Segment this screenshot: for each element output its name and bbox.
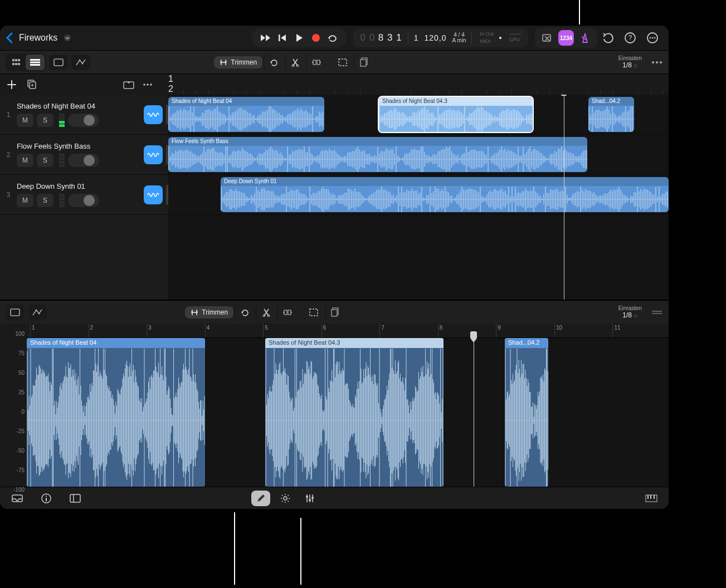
move-tool[interactable] [306,54,326,71]
mute-button[interactable]: M [17,194,33,207]
stamp-tool[interactable] [354,54,374,71]
svg-point-38 [150,84,152,86]
mute-button[interactable]: M [17,154,33,167]
instrument-icon[interactable] [144,145,163,164]
go-to-start-button[interactable] [276,32,289,44]
settings-gear-button[interactable] [276,491,295,506]
svg-point-31 [656,61,658,63]
editor-ruler-label: 3 [148,325,152,331]
piano-button[interactable] [642,491,661,506]
editor-audio-region[interactable]: Shades of Night Beat 04.3 [265,338,444,487]
tracks-view-button[interactable] [26,55,45,70]
track-actions-row: 12345678910 [0,74,669,95]
undo-button[interactable] [601,31,615,45]
region-inspector-button[interactable] [49,55,68,70]
audio-region[interactable]: Flow Feels Synth Bass [168,137,587,172]
project-menu-chevron-icon[interactable] [63,33,72,42]
back-button[interactable] [6,32,13,43]
snap-display[interactable]: Einrasten 1/8 ◇ [618,55,642,69]
svg-point-36 [143,84,145,86]
svg-point-30 [652,61,654,63]
pencil-mode-button[interactable] [251,491,270,506]
editor-region-name: Shades of Night Beat 04.3 [265,338,444,348]
loop-tool[interactable] [264,54,284,71]
track-name: Shades of Night Beat 04 [17,102,140,110]
solo-button[interactable]: S [37,114,53,127]
record-button[interactable] [310,32,322,44]
more-button[interactable] [645,31,660,45]
volume-slider[interactable] [68,114,99,127]
region-name: Flow Feels Synth Bass [168,137,587,146]
inbox-button[interactable] [8,491,27,506]
editor-audio-region[interactable]: Shades of Night Beat 04 [27,338,205,487]
solo-button[interactable]: S [37,154,53,167]
footer-bar [0,487,669,509]
volume-slider[interactable] [68,154,99,167]
help-button[interactable]: ? [623,31,637,45]
cycle-button[interactable] [327,32,339,44]
grid-view-button[interactable] [7,55,26,70]
editor-trim-tool[interactable]: Trimmen [185,306,233,318]
editor-loop-tool[interactable] [235,304,255,321]
editor-snap-display[interactable]: Einrasten 1/8 ◇ [618,305,642,319]
editor-audio-region[interactable]: Shad...04.2 [505,338,548,487]
replace-mode-button[interactable] [539,30,555,46]
editor-marquee-tool[interactable] [304,304,324,321]
track-more-icon[interactable] [142,79,154,91]
instrument-icon[interactable] [144,105,163,124]
add-track-button[interactable] [6,79,18,91]
editor-canvas[interactable]: 1234567891011 Shades of Night Beat 04Sha… [27,324,669,487]
playhead[interactable] [564,95,564,300]
editor-ruler[interactable]: 1234567891011 [27,324,669,338]
metronome-button[interactable] [577,30,593,46]
automation-button[interactable] [71,55,90,70]
mute-button[interactable]: M [17,114,33,127]
solo-button[interactable]: S [37,194,53,207]
fast-forward-button[interactable] [260,32,272,44]
lcd-display[interactable]: 0 0 8 3 1 1 120,0 4 / 4 A min In Out MID… [353,28,528,47]
audio-region[interactable]: Deep Down Synth 01 [221,177,669,212]
audio-region[interactable]: Shad...04.2 [588,97,634,132]
region-name: Shades of Night Beat 04 [168,97,324,106]
audio-region[interactable]: Shades of Night Beat 04.3 [379,97,533,132]
svg-rect-775 [11,309,20,316]
count-in-button[interactable]: 1234 [558,30,574,46]
lcd-countin: 1 [414,33,419,42]
toolbar-more-icon[interactable] [651,60,663,65]
editor-ruler-label: 2 [90,325,94,331]
editor-split-tool[interactable] [256,304,276,321]
timeline-ruler[interactable]: 12345678910 [168,74,669,95]
svg-rect-16 [18,63,20,65]
track-number: 2 [3,151,13,159]
track-header[interactable]: 2 Flow Feels Synth Bass M S [0,135,168,175]
audio-region[interactable]: Shades of Night Beat 04 [168,97,324,132]
yaxis-label: 75 [18,350,25,356]
instrument-icon[interactable] [144,185,163,204]
volume-slider[interactable] [68,194,99,207]
yaxis-label: -25 [17,428,25,434]
editor-playhead[interactable] [474,332,474,487]
play-button[interactable] [293,32,305,44]
library-button[interactable] [123,79,135,91]
editor-stamp-tool[interactable] [325,304,345,321]
yaxis-label: 100 [15,331,25,337]
editor-move-tool[interactable] [277,304,297,321]
svg-point-21 [79,59,81,61]
editor-drag-handle-icon[interactable] [651,310,663,315]
svg-rect-1272 [70,494,80,502]
split-tool[interactable] [285,54,305,71]
arrangement-timeline[interactable]: Shades of Night Beat 04Shades of Night B… [168,95,669,300]
panel-button[interactable] [66,491,85,506]
svg-point-10 [654,37,656,39]
editor-automation-button[interactable] [28,305,47,320]
track-header[interactable]: 3 Deep Down Synth 01 M S [0,175,168,215]
info-button[interactable] [37,491,56,506]
trim-tool[interactable]: Trimmen [214,56,262,68]
marquee-tool[interactable] [333,54,353,71]
editor-inspector-button[interactable] [6,305,25,320]
duplicate-track-button[interactable] [26,79,38,91]
track-header[interactable]: 1 Shades of Night Beat 04 M S [0,95,168,135]
project-name[interactable]: Fireworks [19,33,57,43]
track-name: Flow Feels Synth Bass [17,142,140,150]
mixer-button[interactable] [300,491,319,506]
